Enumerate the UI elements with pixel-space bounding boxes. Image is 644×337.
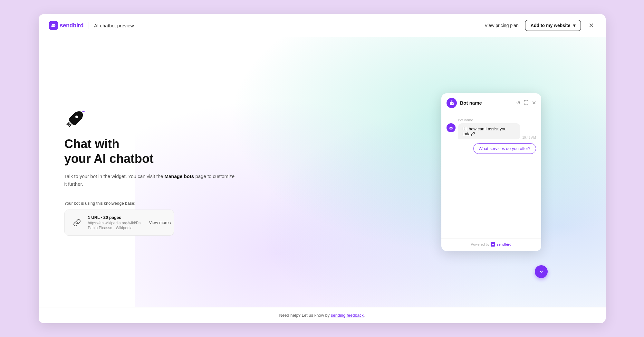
refresh-icon: ↺ xyxy=(516,100,520,106)
svg-point-2 xyxy=(53,25,54,26)
view-more-label: View more xyxy=(149,220,169,225)
main-content: Chat with your AI chatbot Talk to your b… xyxy=(39,37,606,307)
svg-point-1 xyxy=(53,25,53,26)
sendbird-logo-icon xyxy=(49,21,58,30)
msg-time: 10:45 AM xyxy=(522,136,536,139)
bot-icon xyxy=(449,100,455,106)
user-suggestion-chip[interactable]: What services do you offer? xyxy=(473,143,536,154)
user-messages: What services do you offer? xyxy=(447,143,536,154)
add-website-label: Add to my website xyxy=(531,23,571,28)
powered-sendbird-icon xyxy=(491,242,495,247)
svg-rect-4 xyxy=(450,102,454,105)
chat-header: Bot name ↺ ✕ xyxy=(441,93,541,113)
svg-point-7 xyxy=(451,100,452,101)
header-left: sendbird AI chatbot preview xyxy=(49,21,134,30)
main-heading-line1: Chat with xyxy=(64,137,120,151)
close-button[interactable]: ✕ xyxy=(587,20,595,31)
chat-close-icon: ✕ xyxy=(532,100,536,106)
svg-point-6 xyxy=(452,103,453,104)
powered-by: Powered by sendbird xyxy=(471,242,512,247)
svg-point-9 xyxy=(450,128,451,128)
msg-avatar xyxy=(447,123,456,132)
msg-bot-icon xyxy=(449,126,453,130)
description-text: Talk to your bot in the widget. You can … xyxy=(64,173,165,179)
chat-footer: Powered by sendbird xyxy=(441,239,541,251)
description: Talk to your bot in the widget. You can … xyxy=(64,173,238,188)
scroll-to-bottom-button[interactable] xyxy=(535,265,548,278)
chat-messages[interactable]: Bot name Hi, how can I assist you today?… xyxy=(441,113,541,239)
rocket-icon xyxy=(64,108,85,129)
sending-feedback-link[interactable]: sending feedback xyxy=(331,313,364,318)
svg-rect-8 xyxy=(449,127,452,129)
page-footer: Need help? Let us know by sending feedba… xyxy=(39,307,606,323)
footer-suffix: . xyxy=(364,313,365,318)
manage-bots-link[interactable]: Manage bots xyxy=(165,173,194,179)
header-divider xyxy=(89,22,89,29)
bot-name-header: Bot name xyxy=(460,100,513,106)
chat-widget: Bot name ↺ ✕ xyxy=(441,93,541,251)
footer-text: Need help? Let us know by sending feedba… xyxy=(279,313,365,318)
bot-message-group: Bot name Hi, how can I assist you today?… xyxy=(447,118,536,139)
kb-info: 1 URL · 20 pages https://en.wikipedia.or… xyxy=(88,215,144,230)
kb-url: https://en.wikipedia.org/wiki/Pa... xyxy=(88,221,144,225)
main-heading-line2: your AI chatbot xyxy=(64,152,154,165)
view-more-button[interactable]: View more › xyxy=(149,220,172,225)
main-window: sendbird AI chatbot preview View pricing… xyxy=(39,14,606,323)
header-title: AI chatbot preview xyxy=(94,23,134,28)
msg-sender-name: Bot name xyxy=(458,118,536,122)
close-icon: ✕ xyxy=(589,22,594,29)
kb-name: Pablo Picasso - Wikipedia xyxy=(88,226,144,230)
link-icon xyxy=(73,219,81,227)
chat-header-actions: ↺ ✕ xyxy=(516,100,536,106)
msg-content: Bot name Hi, how can I assist you today?… xyxy=(458,118,536,139)
knowledge-base-card: 1 URL · 20 pages https://en.wikipedia.or… xyxy=(64,210,174,236)
add-to-website-button[interactable]: Add to my website ▾ xyxy=(525,20,581,31)
powered-by-text: Powered by xyxy=(471,242,489,246)
svg-point-3 xyxy=(75,116,78,118)
expand-icon xyxy=(524,100,529,106)
footer-text-label: Need help? Let us know by xyxy=(279,313,331,318)
svg-point-5 xyxy=(450,103,451,104)
refresh-button[interactable]: ↺ xyxy=(516,100,520,106)
chevron-down-icon: ▾ xyxy=(573,23,575,28)
chat-close-button[interactable]: ✕ xyxy=(532,100,536,106)
powered-sendbird-text: sendbird xyxy=(496,242,511,246)
chevron-right-icon: › xyxy=(170,220,171,225)
header-right: View pricing plan Add to my website ▾ ✕ xyxy=(485,20,595,31)
knowledge-base-label: Your bot is using this knolwedge base: xyxy=(64,201,238,206)
sendbird-logo: sendbird xyxy=(49,21,84,30)
kb-title: 1 URL · 20 pages xyxy=(88,215,144,220)
main-heading: Chat with your AI chatbot xyxy=(64,137,238,166)
bot-avatar xyxy=(447,98,457,108)
bot-message-bubble: Hi, how can I assist you today? xyxy=(458,123,521,139)
svg-point-10 xyxy=(451,128,452,128)
chevron-down-icon xyxy=(538,269,544,275)
sendbird-logo-text: sendbird xyxy=(60,22,84,29)
header: sendbird AI chatbot preview View pricing… xyxy=(39,14,606,37)
view-pricing-button[interactable]: View pricing plan xyxy=(485,23,519,28)
link-icon-wrapper xyxy=(71,217,83,229)
msg-bubble-row: Hi, how can I assist you today? 10:45 AM xyxy=(458,123,536,139)
expand-button[interactable] xyxy=(524,100,529,106)
left-panel: Chat with your AI chatbot Talk to your b… xyxy=(39,37,264,307)
